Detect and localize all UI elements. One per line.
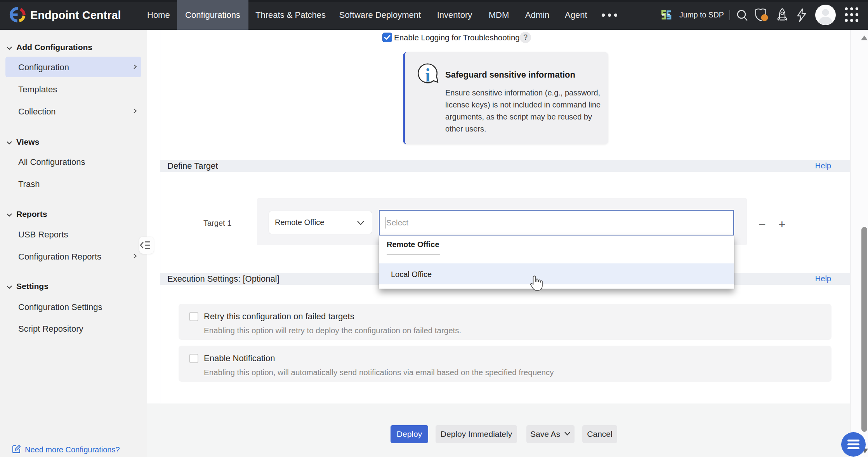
svg-text:i: i (425, 65, 430, 85)
